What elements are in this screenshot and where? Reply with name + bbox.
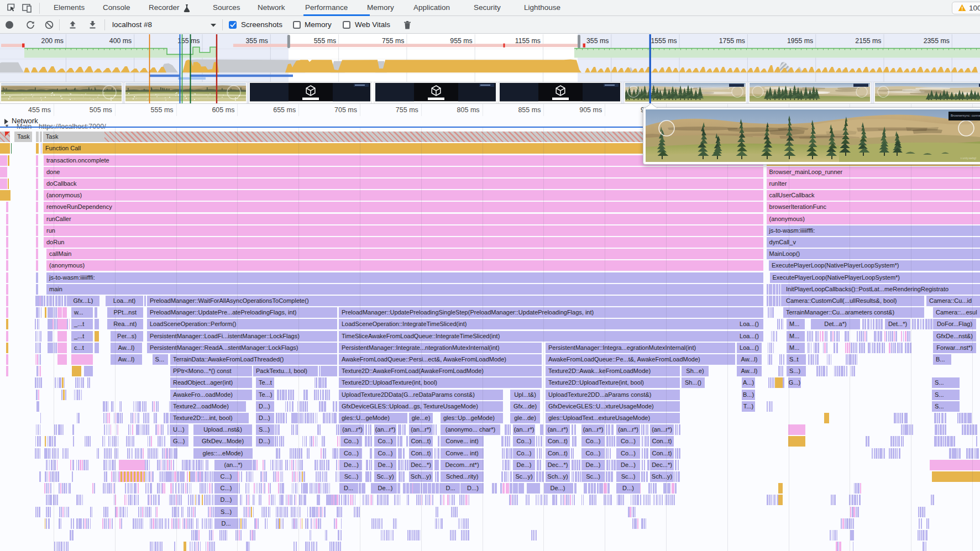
svg-text:1955 ms: 1955 ms: [787, 37, 813, 45]
svg-text:1155 ms: 1155 ms: [515, 37, 541, 45]
svg-text:400 ms: 400 ms: [109, 37, 132, 45]
svg-text:555 ms: 555 ms: [314, 37, 336, 45]
svg-text:155 ms: 155 ms: [177, 37, 200, 45]
svg-text:v unity.webgl: v unity.webgl: [960, 156, 976, 160]
svg-text:1555 ms: 1555 ms: [651, 37, 677, 45]
svg-text:755 ms: 755 ms: [382, 37, 404, 45]
svg-text:Browsersync: connec: Browsersync: connec: [951, 114, 980, 117]
svg-text:2155 ms: 2155 ms: [855, 37, 881, 45]
svg-text:355 ms: 355 ms: [245, 37, 268, 45]
svg-text:355 ms: 355 ms: [586, 37, 609, 45]
svg-text:2355 ms: 2355 ms: [924, 37, 950, 45]
svg-text:955 ms: 955 ms: [450, 37, 472, 45]
svg-text:200 ms: 200 ms: [41, 37, 64, 45]
svg-text:1755 ms: 1755 ms: [719, 37, 745, 45]
